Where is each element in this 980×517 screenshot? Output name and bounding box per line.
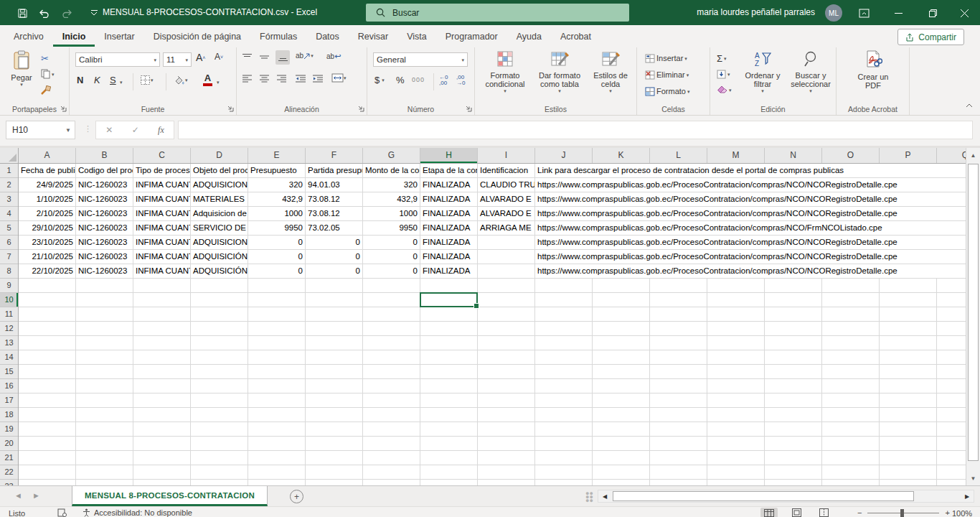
cell-H6[interactable]: FINALIZADA	[420, 236, 477, 249]
cell-G3[interactable]: 432,9	[363, 192, 420, 206]
column-header-H[interactable]: H	[420, 148, 478, 163]
redo-icon[interactable]	[60, 6, 73, 19]
number-launcher-icon[interactable]	[465, 105, 472, 113]
increase-decimal-button[interactable]: ←0,00	[439, 75, 448, 86]
find-select-button[interactable]: Buscar y seleccionar ▾	[788, 50, 834, 102]
cell-C6[interactable]: INFIMA CUANTIA	[133, 236, 190, 249]
page-layout-view-button[interactable]	[788, 508, 805, 517]
cell-G7[interactable]: 0	[363, 250, 420, 264]
cell-E8[interactable]: 0	[248, 264, 305, 278]
copy-button[interactable]: ▾	[39, 66, 57, 82]
tab-insertar[interactable]: Insertar	[95, 27, 143, 47]
underline-dropdown-icon[interactable]: ▾	[120, 80, 123, 85]
row-header-8[interactable]: 8	[0, 264, 18, 279]
font-launcher-icon[interactable]	[227, 105, 234, 113]
cell-D3[interactable]: MATERIALES	[191, 192, 248, 206]
cell-H8[interactable]: FINALIZADA	[420, 264, 477, 278]
cell-G5[interactable]: 9950	[363, 221, 420, 235]
cell-E2[interactable]: 320	[248, 178, 305, 192]
zoom-out-button[interactable]: −	[857, 508, 862, 517]
fill-handle[interactable]	[473, 303, 479, 309]
column-header-A[interactable]: A	[19, 148, 76, 163]
cell-D5[interactable]: SERVICIO DE	[191, 221, 248, 235]
column-header-Q[interactable]: Q	[937, 148, 966, 163]
cell-D7[interactable]: ADQUISICIÓN DE	[191, 250, 248, 264]
cell-B8[interactable]: NIC-1260023	[76, 264, 133, 278]
cell-H7[interactable]: FINALIZADA	[420, 250, 477, 264]
insert-function-icon[interactable]: fx	[158, 125, 164, 136]
cell-C7[interactable]: INFIMA CUANTIA	[133, 250, 190, 264]
row-header-23[interactable]: 23	[0, 480, 18, 485]
cell-D8[interactable]: ADQUISICIÓN DE	[191, 264, 248, 278]
formula-input[interactable]	[178, 121, 973, 139]
row-header-7[interactable]: 7	[0, 250, 18, 264]
wrap-text-button[interactable]: ab↩	[326, 52, 341, 61]
cell-I1[interactable]: Identificacion	[478, 164, 534, 177]
cell-B6[interactable]: NIC-1260023	[76, 236, 133, 249]
cell-J6[interactable]: https://www.compraspublicas.gob.ec/Proce…	[535, 236, 966, 249]
column-header-J[interactable]: J	[535, 148, 593, 163]
cancel-icon[interactable]: ✕	[105, 125, 113, 135]
search-box[interactable]: Buscar	[366, 4, 629, 22]
format-as-table-button[interactable]: Dar formato como tabla ▾	[532, 50, 587, 102]
number-format-combo[interactable]: General▾	[373, 52, 468, 67]
name-box-dropdown-icon[interactable]: ▼	[62, 127, 75, 134]
cell-D6[interactable]: ADQUISICION DE	[191, 236, 248, 249]
cell-J1[interactable]: Link para descargar el proceso de contra…	[535, 164, 966, 177]
align-bottom-button[interactable]	[275, 50, 290, 65]
cell-B1[interactable]: Codigo del proceso	[76, 164, 133, 177]
cell-J8[interactable]: https://www.compraspublicas.gob.ec/Proce…	[535, 264, 966, 278]
collapse-ribbon-icon[interactable]	[966, 98, 973, 111]
zoom-slider[interactable]	[867, 509, 939, 517]
cell-B3[interactable]: NIC-1260023	[76, 192, 133, 206]
shrink-font-button[interactable]: A˅	[215, 52, 223, 62]
zoom-in-button[interactable]: +	[945, 508, 949, 517]
horizontal-scrollbar[interactable]: ◀ ▶	[598, 490, 974, 503]
borders-button[interactable]: ▾	[140, 75, 154, 85]
avatar[interactable]: ML	[825, 4, 842, 22]
row-header-1[interactable]: 1	[0, 164, 18, 178]
increase-indent-button[interactable]	[313, 75, 323, 83]
paste-dropdown-icon[interactable]: ▾	[20, 82, 23, 87]
cell-B5[interactable]: NIC-1260023	[76, 221, 133, 235]
cell-E6[interactable]: 0	[248, 236, 305, 249]
autosum-button[interactable]: Σ▾	[715, 50, 729, 66]
format-cells-button[interactable]: Formato▾	[643, 83, 692, 99]
row-header-16[interactable]: 16	[0, 379, 18, 393]
scroll-up-icon[interactable]: ▲	[966, 148, 980, 162]
font-color-button[interactable]: A	[203, 73, 212, 86]
cell-A2[interactable]: 24/9/2025	[19, 178, 75, 192]
cell-A8[interactable]: 22/10/2025	[19, 264, 75, 278]
zoom-percentage[interactable]: 100%	[952, 509, 972, 517]
format-painter-button[interactable]	[39, 82, 57, 98]
row-header-5[interactable]: 5	[0, 221, 18, 236]
cell-C4[interactable]: INFIMA CUANTIA	[133, 207, 190, 220]
cell-B4[interactable]: NIC-1260023	[76, 207, 133, 220]
cell-F7[interactable]: 0	[306, 250, 362, 264]
row-header-11[interactable]: 11	[0, 307, 18, 322]
tab-acrobat[interactable]: Acrobat	[551, 27, 600, 47]
enter-icon[interactable]: ✓	[132, 125, 139, 135]
cell-A7[interactable]: 21/10/2025	[19, 250, 75, 264]
cut-button[interactable]: ✂	[39, 50, 57, 66]
row-header-6[interactable]: 6	[0, 236, 18, 250]
cell-F4[interactable]: 73.08.12	[306, 207, 362, 220]
cell-B7[interactable]: NIC-1260023	[76, 250, 133, 264]
row-header-4[interactable]: 4	[0, 207, 18, 221]
tab-programador[interactable]: Programador	[436, 27, 507, 47]
decrease-decimal-button[interactable]: ,00→0	[456, 75, 465, 86]
sort-filter-button[interactable]: AZ Ordenar y filtrar ▾	[739, 50, 786, 102]
cell-G1[interactable]: Monto de la contratacion	[363, 164, 420, 177]
customize-quick-access-icon[interactable]	[88, 6, 100, 19]
row-header-12[interactable]: 12	[0, 322, 18, 336]
tab-disposici-n-de-p-gina[interactable]: Disposición de página	[144, 27, 250, 47]
bold-button[interactable]: N	[77, 75, 83, 85]
cell-G6[interactable]: 0	[363, 236, 420, 249]
column-header-E[interactable]: E	[248, 148, 306, 163]
cell-H1[interactable]: Etapa de la contratacion	[420, 164, 477, 177]
clear-button[interactable]: ▾	[715, 82, 734, 98]
fill-button[interactable]: ▾	[715, 66, 732, 82]
restore-button[interactable]	[925, 6, 940, 20]
column-header-L[interactable]: L	[650, 148, 707, 163]
row-header-3[interactable]: 3	[0, 192, 18, 207]
